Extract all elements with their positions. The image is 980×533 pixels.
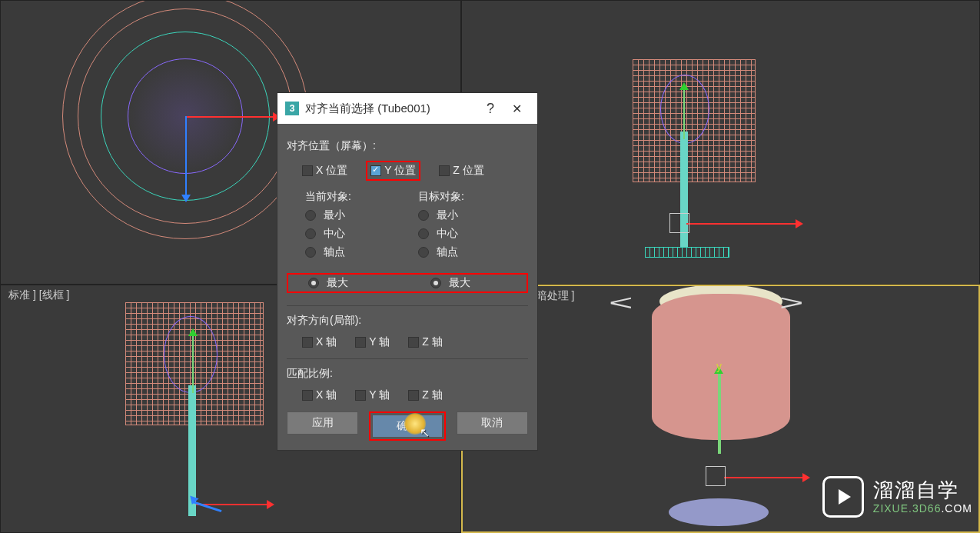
- watermark-url: ZIXUE.3D66.COM: [873, 502, 972, 515]
- dialog-title: 对齐当前选择 (Tube001): [305, 102, 477, 116]
- orient-y-checkbox[interactable]: Y 轴: [355, 335, 390, 349]
- app-icon: 3: [285, 102, 299, 115]
- gizmo-y: [718, 369, 721, 454]
- lamp-base: [669, 498, 769, 526]
- orient-x-checkbox[interactable]: X 轴: [302, 335, 337, 349]
- target-center-radio[interactable]: 中心: [418, 227, 519, 241]
- bracket-right: >: [779, 291, 804, 315]
- target-object-label: 目标对象:: [418, 190, 519, 204]
- target-max-radio[interactable]: [430, 278, 441, 288]
- base: [645, 247, 729, 258]
- match-scale-label: 匹配比例:: [287, 367, 528, 381]
- viewport-top-right[interactable]: [461, 0, 980, 285]
- pivot-marker: [669, 213, 689, 233]
- z-position-checkbox[interactable]: Z 位置: [439, 164, 483, 178]
- gizmo-x: [686, 223, 802, 225]
- ok-button-highlight: 确定 ↖: [369, 411, 445, 441]
- gizmo-z: [185, 116, 187, 201]
- scale-x-checkbox[interactable]: X 轴: [302, 388, 337, 402]
- bracket-left: <: [609, 291, 633, 315]
- current-max-radio[interactable]: [308, 278, 319, 288]
- gizmo-x: [724, 477, 809, 478]
- y-label: y: [716, 360, 722, 372]
- scale-y-checkbox[interactable]: Y 轴: [355, 388, 390, 402]
- y-pos-label: Y 位置: [384, 164, 416, 176]
- max-row-highlight: 最大 最大: [287, 273, 528, 293]
- current-min-radio[interactable]: 最小: [305, 208, 406, 222]
- x-position-checkbox[interactable]: X 位置: [302, 164, 347, 178]
- cursor-icon: ↖: [420, 425, 430, 440]
- apply-button[interactable]: 应用: [287, 411, 358, 435]
- play-icon: [822, 476, 864, 518]
- dialog-titlebar[interactable]: 3 对齐当前选择 (Tube001) ? ✕: [277, 93, 537, 124]
- y-position-highlight: Y 位置: [366, 161, 420, 181]
- close-icon[interactable]: ✕: [503, 102, 530, 116]
- x-pos-label: X 位置: [316, 164, 347, 176]
- help-button[interactable]: ?: [477, 101, 503, 117]
- current-object-label: 当前对象:: [305, 190, 406, 204]
- align-dialog: 3 对齐当前选择 (Tube001) ? ✕ 对齐位置（屏幕）: X 位置 Y …: [277, 92, 538, 451]
- pivot-marker: [706, 466, 726, 486]
- orient-z-checkbox[interactable]: Z 轴: [408, 335, 442, 349]
- y-position-checkbox[interactable]: Y 位置: [370, 164, 416, 176]
- current-pivot-radio[interactable]: 轴点: [305, 245, 406, 259]
- scale-z-checkbox[interactable]: Z 轴: [408, 388, 442, 402]
- gizmo-y: [683, 85, 685, 139]
- align-orient-label: 对齐方向(局部):: [287, 314, 528, 328]
- viewport-label: 标准 ] [线框 ]: [8, 288, 69, 302]
- align-position-label: 对齐位置（屏幕）:: [287, 139, 528, 153]
- gizmo-x: [187, 116, 279, 118]
- target-pivot-radio[interactable]: 轴点: [418, 245, 519, 259]
- cancel-button[interactable]: 取消: [457, 411, 528, 435]
- watermark: 溜溜自学 ZIXUE.3D66.COM: [822, 476, 972, 518]
- current-center-radio[interactable]: 中心: [305, 227, 406, 241]
- z-pos-label: Z 位置: [453, 164, 483, 176]
- watermark-brand: 溜溜自学: [873, 478, 972, 502]
- target-min-radio[interactable]: 最小: [418, 208, 519, 222]
- gizmo-y: [192, 331, 194, 393]
- gizmo-z: [192, 501, 222, 512]
